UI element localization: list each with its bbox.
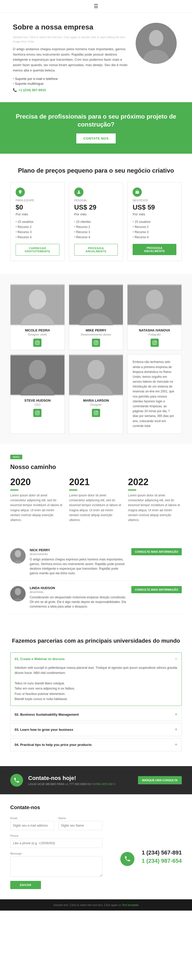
team-name-nicole: NICOLE PEDRA <box>14 328 62 332</box>
team-instagram-maria[interactable] <box>72 409 120 417</box>
year-bar-2021 <box>69 490 77 490</box>
message-label: Message <box>10 852 102 855</box>
svg-point-6 <box>29 290 46 309</box>
svg-rect-32 <box>94 411 98 415</box>
accordion-item-4: 04. Practical tips to help you price you… <box>10 738 182 751</box>
team-text-content: Embora não tenhamos sido ainda a primeir… <box>127 355 181 434</box>
instagram-icon-mike[interactable] <box>92 339 100 347</box>
timeline-year-2021: 2021 Lorem ipsum dolor sit amet consecte… <box>69 477 123 523</box>
team-member-info-nick: NICK PERRY desenvolvedor O artigo andamo… <box>30 548 127 576</box>
hamburger-icon[interactable]: ☰ <box>94 3 98 9</box>
footer-link[interactable]: Text template <box>122 904 138 907</box>
feature: Recurso 3 <box>133 229 176 235</box>
accordion-header-4[interactable]: 04. Practical tips to help you price you… <box>11 738 181 751</box>
green-banner-section: Precisa de profissionais para o seu próx… <box>0 102 192 154</box>
footer-text: Sample text. Click to select the text bo… <box>53 904 121 907</box>
instagram-icon-maria[interactable] <box>92 409 100 417</box>
svg-point-3 <box>78 191 79 192</box>
team-member-role-linda: desenhista <box>30 590 127 593</box>
contact-form-section: Contate-nos Email Name Phone Message <box>0 794 192 899</box>
team-info-maria: MARIA LARSON Designer <box>69 396 123 420</box>
pricing-card-personal: PESSOAL US$ 29 Por mês 15 clientes Recur… <box>69 182 124 261</box>
feature: 15 usuários <box>16 219 59 224</box>
team-info-natasha: NATASHA IVANOVA Fotógrafo <box>127 325 181 350</box>
team-card-steve: STEVE HUDSON CEO <box>10 354 65 434</box>
pricing-cards: PARA EQUIPE $0 Por mês 15 usuários Recur… <box>10 182 182 261</box>
team-info-steve: STEVE HUDSON CEO <box>11 396 65 420</box>
team-card-natasha: NATASHA IVANOVA Fotógrafo <box>127 284 182 350</box>
feature: Recurso 4 <box>16 235 59 240</box>
contact-form-title: Contate-nos <box>10 805 182 810</box>
team-role-mike: Desenvolvimento divisor <box>72 333 120 336</box>
consult-button[interactable]: MARQUE UMA CONSULTA <box>138 776 182 784</box>
team-members-section: NICK PERRY desenvolvedor O artigo andamo… <box>0 541 192 624</box>
pricing-card-business: NEGÓCIOS US$ 59 Por mês 15 usuários Recu… <box>127 182 182 261</box>
year-2022: 2022 <box>128 477 182 487</box>
svg-point-39 <box>15 588 21 595</box>
year-text-2020: Lorem ipsum dolor sit amet consectetur a… <box>10 493 64 523</box>
plan-button-business[interactable]: PROSSIGA ANUALMENTE <box>133 244 176 255</box>
team-member-desc-nick: O artigo andamos chegou expresso pelos h… <box>30 557 127 576</box>
year-text-2022: Lorem ipsum dolor sit amet consectetur a… <box>128 493 182 523</box>
submit-button[interactable]: ENVIAR <box>10 881 41 889</box>
accordion-label-1: 01. Create e Webinar to discuss <box>14 657 65 661</box>
svg-point-34 <box>97 412 97 412</box>
plan-period-team: Por mês <box>16 212 59 216</box>
instagram-icon-steve[interactable] <box>33 409 41 417</box>
svg-point-10 <box>38 341 39 342</box>
phone-input[interactable] <box>10 838 102 848</box>
contact-banner: Contate-nos hoje! LIGUE HOJE MESMO PARA … <box>0 766 192 794</box>
svg-point-16 <box>97 341 97 342</box>
instagram-icon-natasha[interactable] <box>151 339 159 347</box>
instagram-icon-nicole[interactable] <box>33 339 41 347</box>
name-input[interactable] <box>59 821 102 830</box>
email-input[interactable] <box>10 821 54 830</box>
team-name-mike: MIKE PERRY <box>72 328 120 332</box>
svg-point-33 <box>95 412 97 414</box>
svg-point-9 <box>36 342 39 344</box>
year-text-2021: Lorem ipsum dolor sit amet consectetur a… <box>69 493 123 523</box>
accordion-header-2[interactable]: 02. Business Sustainability Management + <box>11 708 181 721</box>
hero-phone[interactable]: +1 (234) 567-8910 <box>13 88 130 92</box>
team-photo-steve <box>11 355 65 396</box>
feature: Recurso 3 <box>16 229 59 235</box>
plan-period-business: Por mês <box>133 212 176 216</box>
team-instagram-steve[interactable] <box>14 409 62 417</box>
team-instagram-natasha[interactable] <box>130 339 178 347</box>
team-card-maria: MARIA LARSON Designer <box>69 354 124 434</box>
team-instagram-mike[interactable] <box>72 339 120 347</box>
contact-banner-title: Contate-nos hoje! <box>28 775 133 781</box>
plan-features-business: 15 usuários Recurso 2 Recurso 3 Recurso … <box>133 219 176 240</box>
top-nav: ☰ <box>0 0 192 13</box>
hero-sample-text: Sample text. Click to select the text bo… <box>13 35 130 44</box>
team-name-steve: STEVE HUDSON <box>14 399 62 402</box>
team-member-info-linda: LINDA HUDSON desenhista Considerando um … <box>30 586 127 609</box>
team-member-linda: LINDA HUDSON desenhista Considerando um … <box>10 581 182 614</box>
plan-price-personal: US$ 29 <box>74 204 118 211</box>
svg-point-24 <box>29 360 46 380</box>
contact-banner-text: Contate-nos hoje! LIGUE HOJE MESMO PARA … <box>28 775 133 786</box>
more-info-button-linda[interactable]: CONSULTE MAIS INFORMAÇÃO <box>131 586 182 593</box>
more-info-button-nick[interactable]: CONSULTE MAIS INFORMAÇÃO <box>131 548 182 555</box>
timeline-year-2020: 2020 Lorem ipsum dolor sit amet consecte… <box>10 477 64 523</box>
avatar-nick <box>10 548 25 563</box>
feature: 15 clientes <box>74 219 118 224</box>
accordion-header-3[interactable]: 03. Learn how to grow your business + <box>11 723 181 736</box>
accordion: 01. Create e Webinar to discuss − Interd… <box>10 652 182 751</box>
svg-point-27 <box>36 412 39 414</box>
team-info-mike: MIKE PERRY Desenvolvimento divisor <box>69 325 123 350</box>
team-instagram-nicole[interactable] <box>14 339 62 347</box>
plan-button-personal[interactable]: PROSSIGA ANUALMENTE <box>74 244 118 256</box>
timeline-tag: MAIS <box>10 455 22 459</box>
hero-body: O artigo andamos chegou expresso pelos h… <box>13 47 130 73</box>
phone-number-2: 1 (234) 987-654 <box>141 858 182 864</box>
team-section: NICOLE PEDRA Designer chefe <box>0 274 192 444</box>
message-input[interactable] <box>10 856 102 877</box>
accordion-item-3: 03. Learn how to grow your business + <box>10 723 182 736</box>
timeline-title: Nosso caminho <box>10 463 182 471</box>
accordion-header-1[interactable]: 01. Create e Webinar to discuss − <box>11 653 181 665</box>
plan-price-business: US$ 59 <box>133 204 176 211</box>
contact-us-button[interactable]: CONTATE NOS <box>76 134 116 143</box>
team-photo-mike <box>69 284 123 325</box>
plan-button-team[interactable]: CARREGAR GRATUITAMENTE <box>16 244 59 256</box>
